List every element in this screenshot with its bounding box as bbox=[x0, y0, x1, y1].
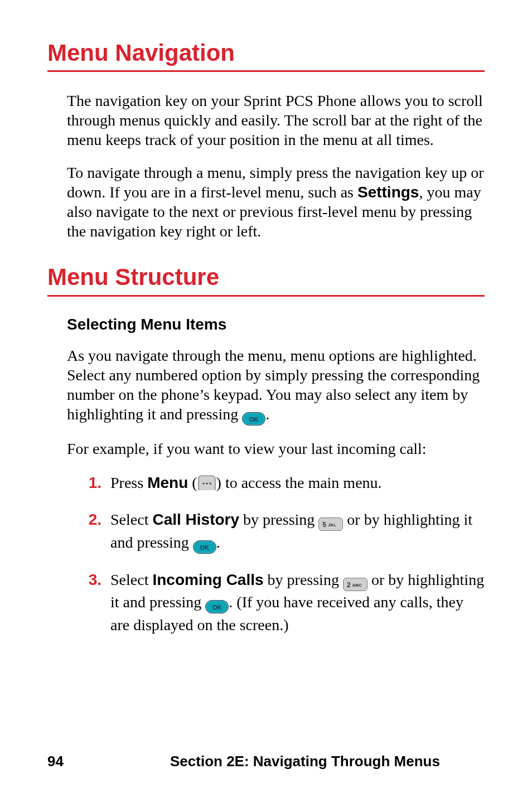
step-text: Press Menu ( ) to access the main menu. bbox=[110, 472, 485, 495]
five-key-icon: 5JKL bbox=[318, 518, 343, 531]
bold-term-menu: Menu bbox=[147, 474, 188, 491]
bold-term-call-history: Call History bbox=[152, 511, 239, 528]
text-run: . bbox=[216, 534, 220, 551]
svg-point-2 bbox=[209, 482, 211, 484]
svg-point-1 bbox=[206, 482, 207, 484]
text-run: . bbox=[265, 405, 269, 423]
body-text: The navigation key on your Sprint PCS Ph… bbox=[67, 91, 485, 241]
section-title: Section 2E: Navigating Through Menus bbox=[170, 753, 485, 770]
heading-rule bbox=[47, 295, 485, 297]
paragraph: The navigation key on your Sprint PCS Ph… bbox=[67, 91, 485, 149]
text-run: As you navigate through the menu, menu o… bbox=[67, 347, 480, 423]
paragraph: As you navigate through the menu, menu o… bbox=[67, 346, 485, 425]
text-run: Select bbox=[110, 571, 152, 588]
ordered-step: 1. Press Menu ( ) to access the main men… bbox=[78, 472, 485, 495]
ordered-step: 2. Select Call History by pressing 5JKL … bbox=[78, 509, 485, 554]
svg-point-0 bbox=[202, 482, 204, 484]
two-key-icon: 2ABC bbox=[343, 578, 367, 591]
paragraph: To navigate through a menu, simply press… bbox=[67, 163, 485, 241]
text-run: by pressing bbox=[264, 571, 343, 588]
text-run: Press bbox=[110, 474, 147, 491]
paragraph: For example, if you want to view your la… bbox=[67, 439, 485, 458]
step-number: 1. bbox=[78, 472, 110, 495]
step-text: Select Incoming Calls by pressing 2ABC o… bbox=[110, 569, 485, 637]
step-number: 3. bbox=[78, 569, 110, 637]
menu-key-icon bbox=[197, 475, 216, 491]
heading-menu-navigation: Menu Navigation bbox=[47, 39, 485, 67]
text-run: ) to access the main menu. bbox=[216, 474, 382, 491]
body-text: Selecting Menu Items As you navigate thr… bbox=[67, 316, 485, 637]
step-number: 2. bbox=[78, 509, 110, 554]
key-digit: 5 bbox=[322, 521, 327, 529]
heading-rule bbox=[47, 70, 485, 72]
subheading-selecting: Selecting Menu Items bbox=[67, 316, 485, 333]
ordered-step: 3. Select Incoming Calls by pressing 2AB… bbox=[78, 569, 485, 637]
step-text: Select Call History by pressing 5JKL or … bbox=[110, 509, 485, 554]
key-letters: ABC bbox=[352, 583, 362, 588]
ok-key-icon: OK bbox=[205, 600, 229, 613]
ok-key-icon: OK bbox=[242, 412, 265, 425]
text-run: Select bbox=[110, 511, 152, 528]
heading-menu-structure: Menu Structure bbox=[47, 263, 485, 291]
document-page: Menu Navigation The navigation key on yo… bbox=[0, 0, 532, 798]
text-run: by pressing bbox=[239, 511, 318, 528]
key-letters: JKL bbox=[328, 523, 336, 528]
bold-term-settings: Settings bbox=[357, 183, 419, 201]
key-digit: 2 bbox=[347, 581, 351, 589]
page-footer: 94 Section 2E: Navigating Through Menus bbox=[47, 753, 485, 770]
bold-term-incoming-calls: Incoming Calls bbox=[152, 571, 263, 588]
text-run: ( bbox=[188, 474, 197, 491]
page-number: 94 bbox=[47, 753, 170, 770]
ok-key-icon: OK bbox=[193, 540, 216, 554]
